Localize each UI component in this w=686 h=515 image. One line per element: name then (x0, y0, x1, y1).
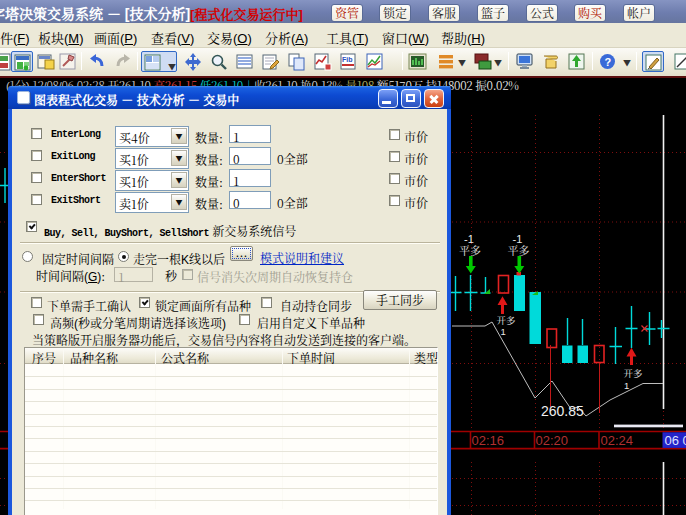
svg-text:开多: 开多 (624, 368, 644, 379)
svg-text:1: 1 (501, 326, 506, 337)
svg-text:02:20: 02:20 (536, 433, 569, 448)
svg-text:-1: -1 (464, 233, 474, 245)
svg-text:260.85: 260.85 (541, 403, 584, 419)
svg-text:02:24: 02:24 (601, 433, 634, 448)
svg-text:02:16: 02:16 (472, 433, 505, 448)
svg-text:1: 1 (624, 380, 629, 391)
svg-text:开多: 开多 (497, 315, 517, 326)
svg-text:06 06: 06 06 (665, 433, 686, 448)
svg-text:平多: 平多 (459, 245, 481, 257)
svg-text:-1: -1 (513, 233, 523, 245)
svg-text:?: ? (605, 56, 612, 68)
svg-text:Fib: Fib (342, 56, 353, 63)
svg-text:平多: 平多 (508, 245, 530, 257)
